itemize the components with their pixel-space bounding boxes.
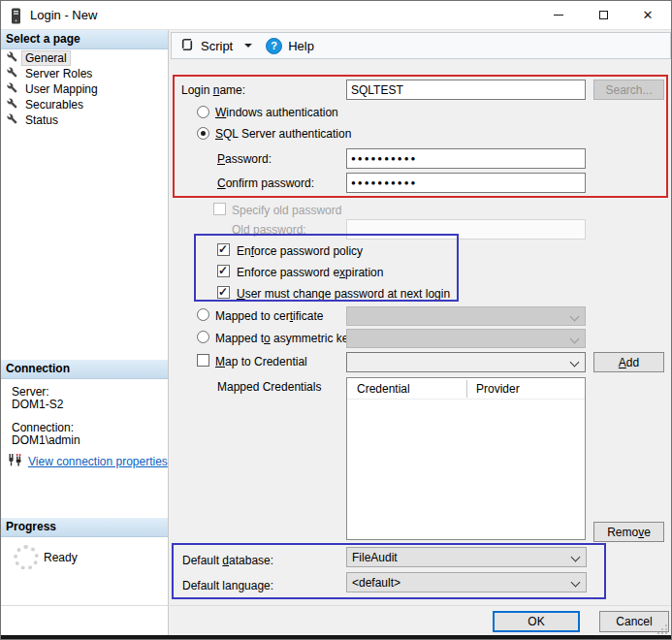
minimize-icon [554,15,563,16]
close-button[interactable]: ✕ [625,1,670,29]
window-title: Login - New [30,8,97,22]
mapped-asymmetric-radio[interactable] [197,331,209,343]
minimize-button[interactable] [536,1,581,29]
default-language-dropdown[interactable]: <default> [346,572,587,592]
credentials-table-header: Credential Provider [347,378,585,400]
enforce-expiration-checkbox[interactable] [217,265,230,277]
server-label: Server: [12,385,49,399]
maximize-icon [599,11,608,19]
sql-auth-label: SQL Server authentication [215,127,351,141]
default-language-label: Default language: [182,579,273,592]
wrench-icon [7,67,17,80]
password-input[interactable] [346,148,586,169]
default-database-dropdown[interactable]: FileAudit [346,547,587,567]
script-button[interactable]: Script [201,39,233,53]
specify-old-password-checkbox [213,203,226,215]
title-bar[interactable]: Login - New ✕ [1,1,671,30]
select-page-header: Select a page [1,30,168,49]
credentials-table[interactable]: Credential Provider [346,377,586,540]
specify-old-password-label: Specify old password [232,204,341,217]
help-button[interactable]: Help [288,39,314,53]
mapped-asymmetric-label: Mapped to asymmetric key [215,332,354,345]
connection-section-header: Connection [1,360,168,379]
server-value: DOM1-S2 [12,398,63,411]
windows-auth-radio[interactable] [197,106,209,118]
confirm-password-input[interactable] [346,173,586,193]
progress-section-header: Progress [1,518,168,537]
sidebar-item-label: General [22,51,70,65]
login-new-dialog: Login - New ✕ Select a page General Serv… [0,0,672,640]
sql-auth-radio[interactable] [197,127,209,140]
close-icon: ✕ [643,9,654,21]
enforce-expiration-label: Enforce password expiration [237,266,383,279]
ok-button[interactable]: OK [493,611,580,632]
sidebar-item-label: Server Roles [22,67,95,80]
mapped-certificate-radio[interactable] [197,308,209,321]
chevron-down-icon [570,312,580,322]
connection-value: DOM1\admin [12,433,80,447]
remove-button[interactable]: Remove [593,522,664,542]
search-button: Search... [593,80,664,100]
wrench-icon [7,113,17,127]
default-database-value: FileAudit [352,551,398,564]
chevron-down-icon [570,335,580,344]
confirm-password-label: Confirm password: [217,176,314,190]
windows-auth-label: Windows authentication [215,106,338,119]
wrench-icon [7,98,17,112]
add-button[interactable]: Add [593,352,664,372]
server-login-icon [11,8,22,27]
connection-properties-icon [7,453,23,470]
connection-label: Connection: [12,421,74,434]
sidebar-item-general[interactable]: General [7,50,70,66]
column-separator [466,380,467,398]
table-header-provider[interactable]: Provider [476,382,520,396]
sidebar-item-user-mapping[interactable]: User Mapping [7,81,101,97]
resize-grip[interactable] [658,624,667,633]
sidebar-item-securables[interactable]: Securables [7,97,86,112]
sidebar-item-label: Securables [22,98,86,112]
help-icon: ? [266,38,282,54]
enforce-policy-checkbox[interactable] [217,243,230,256]
window-bottom-edge [1,635,671,639]
old-password-input [346,219,586,240]
table-header-credential[interactable]: Credential [357,382,410,396]
chevron-down-icon [571,578,581,588]
must-change-password-label: User must change password at next login [237,287,450,301]
enforce-policy-label: Enforce password policy [237,244,363,258]
asymmetric-key-dropdown [346,329,586,348]
sidebar-item-label: User Mapping [22,82,101,96]
must-change-password-checkbox[interactable] [217,286,230,299]
maximize-button[interactable] [581,1,625,29]
sidebar: Select a page General Server Roles User … [1,30,168,635]
default-language-value: <default> [352,576,400,590]
login-name-input[interactable] [346,80,586,100]
password-label: Password: [217,152,272,166]
sidebar-item-label: Status [22,113,61,127]
wrench-icon [7,82,17,96]
mapped-credentials-label: Mapped Credentials [217,380,321,394]
chevron-down-icon [571,553,581,562]
footer-separator [1,605,671,606]
mapped-certificate-label: Mapped to certificate [215,309,323,323]
old-password-label: Old password: [232,223,306,237]
sidebar-item-server-roles[interactable]: Server Roles [7,66,95,81]
script-icon [179,37,195,55]
progress-spinner-icon [14,545,39,570]
credential-dropdown[interactable] [346,352,586,372]
script-dropdown-arrow-icon[interactable] [244,44,252,48]
chevron-down-icon [570,358,580,368]
progress-status: Ready [44,551,78,564]
wrench-icon [7,51,17,65]
default-database-label: Default database: [182,554,273,567]
view-connection-properties-link[interactable]: View connection properties [28,455,168,468]
view-connection-properties-row: View connection properties [7,453,168,470]
certificate-dropdown [346,306,586,326]
main-panel: Script ? Help Login name: Search... Wind… [168,30,671,635]
map-credential-label: Map to Credential [215,355,307,368]
login-name-label: Login name: [181,83,245,97]
toolbar: Script ? Help [171,32,671,59]
map-credential-checkbox[interactable] [197,354,209,367]
sidebar-item-status[interactable]: Status [7,112,61,128]
